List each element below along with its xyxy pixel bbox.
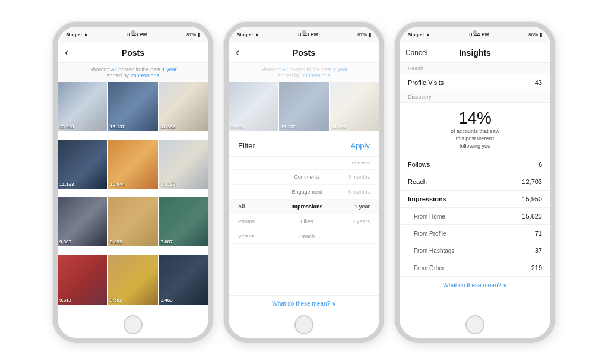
discovery-pct: 14% (408, 109, 542, 128)
page-title-1: Posts (122, 48, 144, 58)
filter-all-1[interactable]: All (111, 67, 117, 72)
post-count-5: 10,944 (110, 182, 124, 187)
home-button-3[interactable] (466, 315, 484, 334)
phone-3: Singtel ▲ 8:44 PM 86% ▮ Cancel Insights … (395, 22, 555, 343)
filter-text-3: sorted by (107, 72, 131, 78)
post-thumb-10[interactable]: 9,618 (58, 255, 107, 304)
what-mean-3[interactable]: What do these mean? ∨ (400, 277, 550, 293)
reach-value: 12,703 (522, 178, 542, 185)
filter-text-1: Showing (89, 67, 111, 72)
filter-year-1[interactable]: 1 year (162, 67, 177, 72)
impressions-value: 15,950 (522, 195, 542, 202)
post-thumb-5[interactable]: 10,944 (108, 140, 157, 189)
back-button-1[interactable]: ‹ (65, 46, 68, 59)
from-hashtags-value: 37 (535, 247, 542, 254)
post-thumb-p2[interactable]: 13,137 (279, 82, 328, 131)
screen-2: ‹ Posts Showing All posted in the past 1… (229, 43, 379, 312)
post-thumb-6[interactable]: 10,299 (159, 140, 208, 189)
post-count-11: 9,582 (110, 297, 122, 303)
signal-icon-2: ▲ (255, 32, 259, 37)
from-profile-value: 71 (535, 230, 542, 237)
from-profile-label: From Profile (414, 230, 446, 237)
post-count-10: 9,618 (59, 297, 71, 303)
filter-row-comments[interactable]: Comments 3 months (229, 170, 379, 185)
discovery-desc: of accounts that sawthis post weren'tfol… (408, 128, 542, 150)
post-count-1: 15,950 (59, 124, 74, 129)
apply-button[interactable]: Apply (350, 141, 370, 150)
insights-scroll: Follows 6 Reach 12,703 Impressions 15,95… (400, 156, 550, 311)
post-thumb-p1[interactable]: 15,950 (229, 82, 278, 131)
follows-value: 6 (539, 161, 542, 168)
insight-row-from-profile: From Profile 71 (400, 225, 550, 242)
battery-text-3: 86% (528, 32, 538, 37)
filter-dropdown: Filter Apply Last seen Comments 3 months (229, 135, 379, 312)
filter-impressions-1[interactable]: Impressions (131, 72, 160, 78)
filter-bar-2: Showing All posted in the past 1 year so… (229, 63, 379, 82)
post-thumb-p3[interactable]: 11,392 (330, 82, 379, 131)
profile-visits-value: 43 (535, 79, 542, 86)
section-header-reach: Reach (400, 63, 550, 74)
status-bar-1: Singtel ▲ 8:43 PM 87% ▮ (58, 27, 208, 43)
back-button-2[interactable]: ‹ (236, 46, 239, 59)
from-hashtags-label: From Hashtags (414, 248, 454, 254)
post-thumb-8[interactable]: 9,692 (108, 197, 157, 246)
filter-row-likes[interactable]: Photos Likes 2 years (229, 214, 379, 229)
impressions-label: Impressions (408, 195, 446, 202)
from-home-value: 15,623 (522, 213, 542, 220)
cancel-button-3[interactable]: Cancel (406, 49, 428, 57)
page-title-3: Insights (459, 48, 491, 58)
carrier-text-2: Singtel (237, 32, 253, 37)
signal-icon-1: ▲ (84, 32, 88, 37)
insight-row-reach: Reach 12,703 (400, 173, 550, 191)
post-thumb-11[interactable]: 9,582 (108, 255, 157, 304)
insight-row-from-other: From Other 219 (400, 259, 550, 277)
phone-camera-1 (131, 30, 135, 35)
post-count-9: 9,687 (161, 239, 173, 245)
insight-row-follows: Follows 6 (400, 156, 550, 173)
from-home-label: From Home (414, 213, 445, 220)
carrier-text-1: Singtel (66, 32, 82, 37)
status-bar-2: Singtel ▲ 8:43 PM 87% ▮ (229, 27, 379, 43)
page-title-2: Posts (293, 48, 315, 58)
post-thumb-9[interactable]: 9,687 (159, 197, 208, 246)
post-thumb-7[interactable]: 9,906 (58, 197, 107, 246)
filter-row-impressions[interactable]: All Impressions 1 year (229, 200, 379, 214)
what-mean-2[interactable]: What do these mean? ∨ (229, 295, 379, 312)
phone-camera-2 (302, 30, 306, 35)
filter-row-header: Last seen (229, 157, 379, 170)
phone-2: Singtel ▲ 8:43 PM 87% ▮ ‹ Posts Showing … (224, 22, 384, 343)
screen-1: ‹ Posts Showing All posted in the past 1… (58, 43, 208, 312)
insight-row-from-home: From Home 15,623 (400, 208, 550, 225)
filter-bar-1: Showing All posted in the past 1 year so… (58, 63, 208, 82)
post-thumb-2[interactable]: 13,137 (108, 82, 157, 131)
filter-action-bar: Filter Apply (229, 135, 379, 157)
post-thumb-12[interactable]: 9,463 (159, 255, 208, 304)
follows-label: Follows (408, 161, 430, 168)
carrier-signal-2: Singtel ▲ (237, 32, 259, 37)
carrier-signal-3: Singtel ▲ (408, 32, 430, 37)
battery-text-1: 87% (186, 32, 196, 37)
screenshot-container: Singtel ▲ 8:43 PM 87% ▮ ‹ Posts Showing … (0, 0, 608, 364)
post-thumb-1[interactable]: 15,950 (58, 82, 107, 131)
filter-row-reach[interactable]: Videos Reach (229, 229, 379, 244)
insight-row-from-hashtags: From Hashtags 37 (400, 242, 550, 259)
app-header-1: ‹ Posts (58, 43, 208, 63)
post-count-8: 9,692 (110, 239, 122, 245)
discovery-block: 14% of accounts that sawthis post weren'… (400, 103, 550, 157)
filter-label[interactable]: Filter (238, 141, 255, 150)
battery-2: 87% ▮ (357, 32, 371, 37)
home-button-2[interactable] (294, 315, 314, 334)
filter-text-2: posted in the past (117, 67, 162, 72)
home-button-1[interactable] (124, 315, 142, 334)
insight-row-profile-visits: Profile Visits 43 (400, 74, 550, 91)
carrier-signal-1: Singtel ▲ (66, 32, 88, 37)
posts-grid-partial-2: 15,950 13,137 11,392 (229, 82, 379, 135)
post-thumb-3[interactable]: 11,392 (159, 82, 208, 131)
post-thumb-4[interactable]: 11,163 (58, 140, 107, 189)
status-bar-3: Singtel ▲ 8:44 PM 86% ▮ (400, 27, 550, 43)
filter-row-engagement[interactable]: Engagement 6 months (229, 185, 379, 200)
post-count-12: 9,463 (161, 297, 173, 303)
phone-camera-3 (473, 30, 477, 35)
phone-1: Singtel ▲ 8:43 PM 87% ▮ ‹ Posts Showing … (53, 22, 213, 343)
battery-text-2: 87% (357, 32, 367, 37)
